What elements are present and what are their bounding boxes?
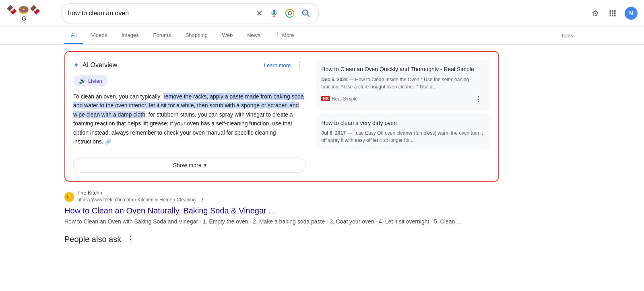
- tab-forums[interactable]: Forums: [147, 27, 178, 44]
- tab-shopping[interactable]: Shopping: [179, 27, 214, 44]
- svg-rect-9: [612, 12, 613, 14]
- result-source-row: 🍋 The Kitchn https://www.thekitchn.com ›…: [64, 190, 499, 204]
- svg-rect-6: [612, 10, 613, 12]
- logo-area: 🍫🍩🍫 G: [6, 5, 55, 22]
- result-more-icon[interactable]: ⋮: [197, 196, 208, 204]
- source-url: https://www.thekitchn.com › Kitchen & Ho…: [77, 196, 208, 204]
- ai-divider: [73, 151, 306, 151]
- link-icon: 🔗: [105, 139, 111, 145]
- people-also-ask-section: People also ask ⋮: [64, 234, 499, 244]
- avatar[interactable]: N: [625, 7, 638, 20]
- svg-rect-13: [614, 14, 615, 16]
- ai-diamond-icon: ✦: [73, 61, 79, 70]
- svg-rect-5: [610, 10, 611, 12]
- logo-chocolates: 🍫🍩🍫: [6, 5, 41, 15]
- search-bar-wrapper: ✕: [61, 3, 319, 23]
- tab-videos[interactable]: Videos: [85, 27, 114, 44]
- google-logo[interactable]: G: [22, 15, 26, 22]
- header: 🍫🍩🍫 G ✕: [0, 0, 644, 27]
- ai-overview-title: AI Overview: [83, 61, 117, 69]
- tools-tab[interactable]: Tools: [555, 28, 580, 43]
- ai-left: ✦ AI Overview Learn more ⋮ 🔊 Listen To c…: [73, 60, 306, 173]
- rs-badge: RS: [321, 96, 330, 101]
- ai-header-right: Learn more ⋮: [264, 60, 306, 70]
- paa-title-text: People also ask: [64, 235, 121, 244]
- source-name: The Kitchn: [77, 190, 208, 196]
- svg-rect-11: [610, 14, 611, 16]
- svg-rect-8: [610, 12, 611, 14]
- microphone-icon: [270, 9, 278, 17]
- ai-text: To clean an oven, you can typically: rem…: [73, 92, 306, 146]
- source-info: The Kitchn https://www.thekitchn.com › K…: [77, 190, 208, 204]
- ai-card-1-title: How to Clean an Oven Quickly and Thoroug…: [321, 66, 485, 74]
- search-result-1: 🍋 The Kitchn https://www.thekitchn.com ›…: [64, 190, 499, 226]
- ai-card-1: How to Clean an Oven Quickly and Thoroug…: [316, 60, 490, 110]
- lens-button[interactable]: [284, 7, 296, 19]
- ai-card-1-snippet: Dec 5, 2024 — How to Clean Inside the Ov…: [321, 76, 485, 90]
- source-favicon: 🍋: [64, 192, 74, 202]
- ai-card-2-snippet-text: — I use Easy Off oven cleaner (fumeless)…: [321, 130, 483, 143]
- svg-line-4: [307, 14, 309, 16]
- ai-card-2-snippet: Jul 8, 2017 — I use Easy Off oven cleane…: [321, 129, 485, 144]
- ai-card-2: How to clean a very dirty oven Jul 8, 20…: [316, 114, 490, 150]
- clear-button[interactable]: ✕: [254, 7, 264, 20]
- ai-overview-box: ✦ AI Overview Learn more ⋮ 🔊 Listen To c…: [64, 51, 499, 182]
- svg-rect-0: [273, 10, 275, 14]
- nav-tabs: All Videos Images Forums Shopping Web Ne…: [0, 27, 644, 45]
- ai-card-1-source-name: Real Simple: [332, 96, 358, 102]
- search-icons: ✕: [254, 7, 312, 20]
- card-1-more-icon[interactable]: ⋮: [473, 94, 485, 104]
- search-button[interactable]: [300, 7, 312, 19]
- search-input[interactable]: [68, 10, 250, 17]
- listen-button[interactable]: 🔊 Listen: [73, 75, 108, 86]
- ai-card-2-title: How to clean a very dirty oven: [321, 119, 485, 127]
- source-url-text: https://www.thekitchn.com › Kitchen & Ho…: [77, 197, 196, 203]
- ai-card-2-date: Jul 8, 2017: [321, 130, 346, 136]
- apps-button[interactable]: [607, 8, 618, 19]
- tab-more[interactable]: ⋮ More: [268, 27, 301, 44]
- ai-more-options-icon[interactable]: ⋮: [294, 60, 306, 70]
- ai-card-1-source-row: RS Real Simple ⋮: [321, 94, 485, 104]
- tab-web[interactable]: Web: [216, 27, 239, 44]
- result-title[interactable]: How to Clean an Oven Naturally, Baking S…: [64, 205, 499, 216]
- paa-title: People also ask ⋮: [64, 234, 499, 244]
- svg-rect-12: [612, 14, 613, 16]
- listen-label: Listen: [88, 78, 102, 84]
- svg-rect-7: [614, 10, 615, 12]
- search-bar: ✕: [61, 3, 319, 23]
- settings-button[interactable]: ⚙: [590, 7, 601, 20]
- chevron-down-icon: ▾: [204, 162, 206, 168]
- ai-card-1-date: Dec 5, 2024: [321, 77, 347, 82]
- main-content: ✦ AI Overview Learn more ⋮ 🔊 Listen To c…: [0, 45, 564, 251]
- ai-right: How to Clean an Oven Quickly and Thoroug…: [316, 60, 490, 173]
- show-more-label: Show more: [173, 162, 202, 168]
- show-more-button[interactable]: Show more ▾: [73, 158, 306, 173]
- tab-all[interactable]: All: [64, 27, 83, 44]
- svg-rect-10: [614, 12, 615, 14]
- tab-images[interactable]: Images: [115, 27, 145, 44]
- ai-card-1-source-badge: RS Real Simple: [321, 96, 358, 102]
- ai-header: ✦ AI Overview Learn more ⋮: [73, 60, 306, 70]
- paa-more-icon[interactable]: ⋮: [124, 234, 136, 244]
- search-icon: [301, 9, 310, 18]
- speaker-icon: 🔊: [79, 78, 86, 84]
- result-snippet: How to Clean an Oven with Baking Soda an…: [64, 217, 499, 226]
- header-right: ⚙ N: [590, 7, 638, 20]
- tab-news[interactable]: News: [241, 27, 267, 44]
- microphone-button[interactable]: [268, 8, 280, 19]
- grid-icon: [609, 9, 617, 17]
- ai-title-row: ✦ AI Overview: [73, 61, 117, 70]
- learn-more-link[interactable]: Learn more: [264, 62, 291, 68]
- ai-text-before: To clean an oven, you can typically:: [73, 93, 163, 100]
